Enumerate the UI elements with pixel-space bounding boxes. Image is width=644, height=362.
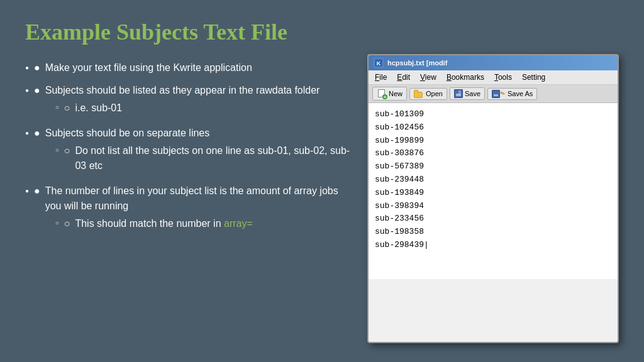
editor-line: sub-233456 <box>375 212 611 226</box>
open-button[interactable]: Open <box>409 88 447 100</box>
menu-edit[interactable]: Edit <box>394 72 413 83</box>
menu-bookmarks[interactable]: Bookmarks <box>444 72 487 83</box>
list-item: ● Subjects should be on separate lines ○… <box>25 126 355 176</box>
kwrite-editor[interactable]: sub-101309 sub-102456 sub-199899 sub-303… <box>369 103 618 279</box>
kwrite-app-icon: K <box>374 58 384 68</box>
bullet-text: Make your text file using the Kwrite app… <box>45 60 252 75</box>
bullet-icon: ● <box>34 83 40 98</box>
svg-text:K: K <box>377 60 381 67</box>
editor-line: sub-199899 <box>375 134 611 148</box>
sub-bullet-icon: ○ <box>64 216 70 231</box>
list-item: ● Make your text file using the Kwrite a… <box>25 60 355 75</box>
menu-settings[interactable]: Setting <box>519 72 548 83</box>
slide-container: Example Subjects Text File ● Make your t… <box>0 0 644 362</box>
editor-line: sub-193849 <box>375 187 611 200</box>
editor-line: sub-567389 <box>375 160 611 173</box>
sub-bullet-text: Do not list all the subjects on one line… <box>75 143 355 173</box>
sub-bullet-icon: ○ <box>64 101 70 116</box>
sub-list: ○ i.e. sub-01 <box>55 101 320 116</box>
list-item: ● Subjects should be listed as they appe… <box>25 83 355 118</box>
bullet-content: The number of lines in your subject list… <box>45 184 355 234</box>
bullet-icon: ● <box>34 60 40 75</box>
sub-bullet-icon: ○ <box>64 143 70 158</box>
content-area: ● Make your text file using the Kwrite a… <box>25 60 619 343</box>
kwrite-titlebar: K hcpsubj.txt [modif <box>369 55 618 70</box>
bullet-text: Subjects should be on separate lines <box>45 128 210 138</box>
slide-title: Example Subjects Text File <box>25 19 619 45</box>
bullet-icon: ● <box>34 126 40 141</box>
save-as-button[interactable]: ✎ Save As <box>487 88 537 100</box>
bullet-list: ● Make your text file using the Kwrite a… <box>25 60 355 343</box>
bullet-content: Subjects should be on separate lines ○ D… <box>45 126 355 176</box>
save-as-label: Save As <box>508 90 533 97</box>
save-as-icon: ✎ <box>492 90 506 98</box>
menu-tools[interactable]: Tools <box>492 72 514 83</box>
kwrite-menubar: File Edit View Bookmarks Tools Setting <box>369 70 618 85</box>
editor-line: sub-398394 <box>375 200 611 213</box>
bullet-text: The number of lines in your subject list… <box>45 185 338 211</box>
save-label: Save <box>465 90 480 97</box>
editor-line: sub-303876 <box>375 147 611 160</box>
open-label: Open <box>426 90 443 97</box>
new-icon: + <box>377 89 387 99</box>
list-item: ○ This should match the number in array= <box>55 216 355 231</box>
new-button[interactable]: + New <box>372 87 407 101</box>
highlight-text: array= <box>224 218 253 229</box>
bullet-icon: ● <box>34 184 40 199</box>
list-item: ● The number of lines in your subject li… <box>25 184 355 234</box>
kwrite-toolbar: + New Open <box>369 85 618 103</box>
editor-line: sub-101309 <box>375 108 611 121</box>
sub-bullet-text: i.e. sub-01 <box>75 101 122 116</box>
kwrite-window: K hcpsubj.txt [modif File Edit View Book… <box>367 54 619 343</box>
save-icon <box>454 89 463 98</box>
menu-file[interactable]: File <box>372 72 389 83</box>
sub-list: ○ This should match the number in array= <box>55 216 355 231</box>
sub-bullet-text: This should match the number in array= <box>75 216 252 231</box>
editor-line-cursor: sub-298439 <box>375 239 611 252</box>
list-item: ○ Do not list all the subjects on one li… <box>55 143 355 173</box>
titlebar-text: hcpsubj.txt [modif <box>387 59 613 67</box>
editor-line: sub-102456 <box>375 121 611 134</box>
sub-list: ○ Do not list all the subjects on one li… <box>55 143 355 173</box>
save-button[interactable]: Save <box>450 87 485 100</box>
menu-view[interactable]: View <box>418 72 439 83</box>
bullet-content: Subjects should be listed as they appear… <box>45 83 320 118</box>
editor-line: sub-198358 <box>375 226 611 239</box>
bullet-text: Subjects should be listed as they appear… <box>45 85 320 96</box>
new-label: New <box>389 90 402 97</box>
editor-line: sub-239448 <box>375 173 611 187</box>
open-icon <box>414 90 424 98</box>
list-item: ○ i.e. sub-01 <box>55 101 320 116</box>
